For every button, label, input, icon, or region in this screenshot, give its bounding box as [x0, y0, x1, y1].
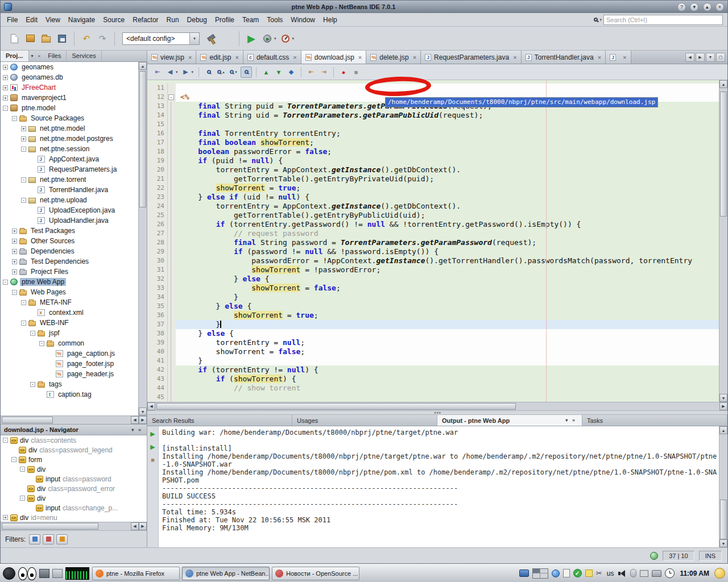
menu-team[interactable]: Team [238, 14, 263, 26]
analog-clock-icon[interactable] [665, 568, 675, 578]
navigator-tree[interactable]: -divclass=contentsdivclass=password_lege… [1, 435, 147, 522]
tree-node-net-ptne-upload[interactable]: -net.ptne.upload [1, 195, 147, 205]
tab-files[interactable]: Files [43, 51, 67, 61]
close-tab-icon[interactable]: × [413, 54, 416, 61]
close-tab-icon[interactable]: × [358, 54, 362, 61]
tree-node-page-caption-js[interactable]: page_caption.js [1, 348, 147, 359]
output-lines[interactable]: Building war: /home/benderamp/Documents/… [159, 426, 727, 547]
code-line-29[interactable]: 29 if (password != null && !password.isE… [147, 247, 719, 256]
minimize-group-button[interactable]: ▾ [29, 52, 36, 60]
fold-collapse-icon[interactable]: - [168, 94, 174, 100]
toggle-highlight-button[interactable] [241, 66, 252, 78]
code-line-19[interactable]: 19 if (puid != null) { [147, 156, 719, 165]
keyboard-layout-indicator[interactable]: us [606, 569, 615, 577]
collapse-toggle[interactable]: - [20, 496, 25, 501]
find-next-button[interactable]: ▼ [228, 66, 239, 78]
minimize-navigator-button[interactable]: ▾ [129, 426, 136, 434]
collapse-toggle[interactable]: - [21, 321, 26, 326]
expand-toggle[interactable]: + [3, 75, 8, 80]
next-occurrence-button[interactable]: ▼ [273, 66, 284, 78]
last-edit-button[interactable]: ⇤ [152, 66, 163, 78]
code-line-14[interactable]: 14 final String uid = TorrentParameters.… [147, 111, 719, 120]
taskbar-button-ptne-web-app-netbean[interactable]: ptne Web App - NetBean... [182, 567, 270, 580]
tab-proj[interactable]: Proj... [1, 51, 29, 61]
code-line-20[interactable]: 20 torrentEntry = AppContext.getInstance… [147, 165, 719, 174]
tree-node-other-sources[interactable]: +Other Sources [1, 236, 147, 246]
tab-search-results[interactable]: Search Results [147, 415, 292, 426]
navigator-node-form[interactable]: -form [1, 455, 147, 464]
menu-tools[interactable]: Tools [263, 14, 287, 26]
expand-toggle[interactable]: + [3, 85, 8, 90]
tree-node-ptne-model[interactable]: -ptne.model [1, 103, 147, 113]
collapse-toggle[interactable]: - [12, 116, 17, 121]
search-input[interactable] [606, 16, 720, 23]
new-file-button[interactable] [6, 31, 22, 47]
minimize-button[interactable]: ▾ [690, 3, 698, 11]
editor-tab-default-css[interactable]: default.css× [243, 51, 301, 64]
tree-node-test-packages[interactable]: +Test Packages [1, 226, 147, 236]
find-button[interactable] [203, 66, 214, 78]
scroll-right-button[interactable]: ▶ [139, 522, 147, 530]
editor-tab-delete-jsp[interactable]: delete.jsp× [366, 51, 421, 64]
collapse-toggle[interactable]: - [3, 106, 8, 111]
code-line-15[interactable]: 15 [147, 120, 719, 129]
desktop-pager[interactable] [532, 568, 548, 579]
expand-toggle[interactable]: + [3, 515, 8, 520]
tree-node-test-dependencies[interactable]: +Test Dependencies [1, 256, 147, 267]
forward-button-dropdown-icon[interactable]: ▾ [192, 70, 194, 74]
rerun-with-args-button[interactable]: ▶ [150, 444, 155, 450]
close-tab-icon[interactable]: × [623, 54, 626, 61]
tree-node-caption-tag[interactable]: caption.tag [1, 389, 147, 400]
search-dropdown-icon[interactable]: ▾ [599, 18, 602, 22]
scroll-down-button[interactable]: ▼ [139, 408, 147, 415]
tree-node-geonames[interactable]: +geonames [1, 62, 147, 72]
shift-right-button[interactable]: ⇥ [318, 66, 329, 78]
expand-toggle[interactable]: + [21, 126, 26, 131]
code-line-30[interactable]: 30 passwordError = !AppContext.getInstan… [147, 256, 719, 265]
code-line-28[interactable]: 28 final String password = TorrentParame… [147, 238, 719, 247]
undo-button[interactable]: ↶ [78, 31, 94, 47]
collapse-toggle[interactable]: - [20, 467, 25, 472]
code-line-32[interactable]: 32 } else { [147, 275, 719, 284]
tree-node-ptne-web-app[interactable]: -ptne Web App [1, 277, 147, 287]
menu-debug[interactable]: Debug [183, 14, 211, 26]
profile-button-dropdown-icon[interactable]: ▾ [292, 36, 295, 41]
printer-icon[interactable] [652, 570, 661, 577]
collapse-toggle[interactable]: - [11, 457, 16, 462]
previous-occurrence-button[interactable]: ▲ [260, 66, 272, 78]
stop-macro-button[interactable]: ■ [350, 66, 362, 78]
tree-node-mavenproject1[interactable]: +mavenproject1 [1, 93, 147, 103]
menu-source[interactable]: Source [99, 14, 129, 26]
code-line-24[interactable]: 24 torrentEntry = AppContext.getInstance… [147, 202, 719, 211]
editor-tab-edit-jsp[interactable]: edit.jsp× [196, 51, 243, 64]
expand-toggle[interactable]: + [3, 65, 8, 70]
close-output-button[interactable]: × [570, 417, 577, 424]
scroll-tabs-left-button[interactable]: ◀ [685, 53, 694, 62]
menu-run[interactable]: Run [163, 14, 183, 26]
scroll-right-button[interactable]: ▶ [719, 402, 727, 410]
maximize-editor-button[interactable]: ▢ [716, 53, 725, 62]
taskbar-button-ptne-mozilla-firefox[interactable]: ptne - Mozilla Firefox [92, 567, 180, 580]
scrollbar-thumb[interactable] [720, 500, 727, 539]
scroll-right-button[interactable]: ▶ [139, 416, 147, 424]
navigator-header[interactable]: download.jsp - Navigator ▾ × [1, 424, 147, 435]
navigator-filter-1-button[interactable] [29, 534, 40, 544]
scissors-icon[interactable]: ✂ [596, 569, 602, 577]
code-line-25[interactable]: 25 getTorrentTable().getEntryByPublicUid… [147, 211, 719, 220]
back-button[interactable]: ◀ [164, 66, 176, 78]
navigator-node-div[interactable]: -div [1, 493, 147, 503]
code-editor[interactable]: 1112-<%13 final String puid = TorrentPar… [147, 80, 727, 402]
tree-node-uploadhandler-java[interactable]: UploadHandler.java [1, 215, 147, 226]
code-line-33[interactable]: 33 showTorrent = false; [147, 284, 719, 293]
tree-node-web-inf[interactable]: -WEB-INF [1, 318, 147, 328]
menu-help[interactable]: Help [319, 14, 341, 26]
scrollbar-thumb[interactable] [139, 71, 146, 207]
close-tab-icon[interactable]: × [235, 54, 239, 61]
collapse-toggle[interactable]: - [12, 290, 17, 295]
debug-button-dropdown-icon[interactable]: ▾ [274, 36, 276, 41]
collapse-toggle[interactable]: - [30, 331, 35, 336]
collapse-toggle[interactable]: - [39, 341, 44, 346]
editor-tab-torrenthandler-java[interactable]: TorrentHandler.java× [522, 51, 606, 64]
expand-toggle[interactable]: + [21, 136, 26, 142]
collapse-toggle[interactable]: - [21, 177, 26, 182]
